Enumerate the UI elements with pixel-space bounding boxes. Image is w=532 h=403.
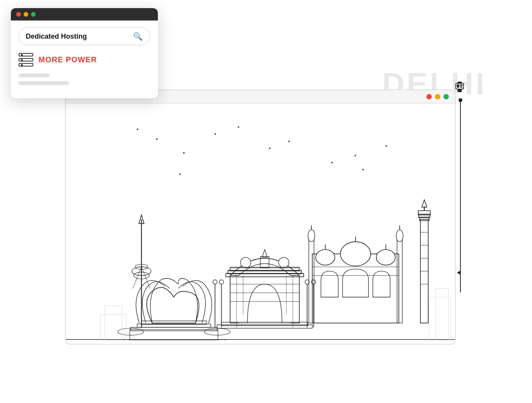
svg-rect-72 bbox=[435, 289, 448, 340]
search-result-item: MORE POWER bbox=[19, 53, 150, 67]
svg-rect-4 bbox=[460, 84, 462, 86]
svg-marker-45 bbox=[262, 249, 267, 257]
svg-rect-69 bbox=[100, 314, 126, 340]
svg-rect-56 bbox=[130, 327, 217, 331]
svg-rect-43 bbox=[217, 325, 312, 328]
delhi-skyline bbox=[66, 104, 455, 340]
browser-content: ✦ ✦ ✦ ✦ ✦ ✦ ✦ ✦ ✦ ✦ ✦ ✦ bbox=[66, 104, 455, 340]
svg-rect-71 bbox=[429, 297, 450, 340]
search-query: Dedicated Hosting bbox=[26, 32, 129, 41]
svg-rect-59 bbox=[130, 330, 218, 340]
svg-point-18 bbox=[340, 242, 370, 266]
result-placeholder-line-2 bbox=[19, 81, 69, 85]
result-placeholder-line-1 bbox=[19, 73, 50, 77]
svg-point-22 bbox=[376, 249, 395, 265]
titlebar-dot-green[interactable] bbox=[443, 94, 449, 99]
arrow-left bbox=[457, 270, 461, 275]
svg-point-35 bbox=[278, 257, 289, 268]
popup-body: Dedicated Hosting 🔍 MORE POWER bbox=[11, 20, 158, 98]
server-layer-2 bbox=[19, 58, 33, 61]
popup-dot-yellow[interactable] bbox=[24, 12, 28, 17]
search-popup: Dedicated Hosting 🔍 MORE POWER bbox=[11, 8, 158, 98]
svg-point-28 bbox=[396, 230, 403, 242]
svg-line-66 bbox=[133, 267, 141, 289]
svg-rect-3 bbox=[457, 84, 459, 87]
svg-point-49 bbox=[213, 280, 217, 284]
titlebar-dot-yellow[interactable] bbox=[435, 94, 440, 99]
scene: DELHI ✦ ✦ ✦ ✦ ✦ ✦ ✦ ✦ ✦ bbox=[34, 27, 498, 376]
svg-point-20 bbox=[316, 249, 335, 265]
vertical-connector-line bbox=[460, 99, 461, 292]
popup-dot-green[interactable] bbox=[31, 12, 36, 17]
popup-dot-red[interactable] bbox=[16, 12, 21, 17]
popup-titlebar bbox=[11, 8, 158, 20]
server-layer-3 bbox=[19, 63, 33, 67]
svg-point-47 bbox=[219, 280, 223, 284]
svg-rect-5 bbox=[460, 87, 462, 88]
svg-rect-27 bbox=[397, 237, 402, 323]
svg-point-34 bbox=[240, 257, 251, 268]
server-layer-1 bbox=[19, 53, 33, 56]
svg-rect-70 bbox=[104, 306, 122, 340]
titlebar-dot-red[interactable] bbox=[426, 94, 432, 99]
server-icon bbox=[19, 53, 33, 67]
main-browser-window: ✦ ✦ ✦ ✦ ✦ ✦ ✦ ✦ ✦ ✦ ✦ ✦ bbox=[65, 89, 456, 345]
svg-marker-11 bbox=[421, 200, 426, 207]
search-bar[interactable]: Dedicated Hosting 🔍 bbox=[19, 27, 150, 45]
search-icon[interactable]: 🔍 bbox=[133, 32, 143, 41]
svg-point-25 bbox=[308, 230, 315, 242]
more-power-label: MORE POWER bbox=[39, 55, 97, 64]
